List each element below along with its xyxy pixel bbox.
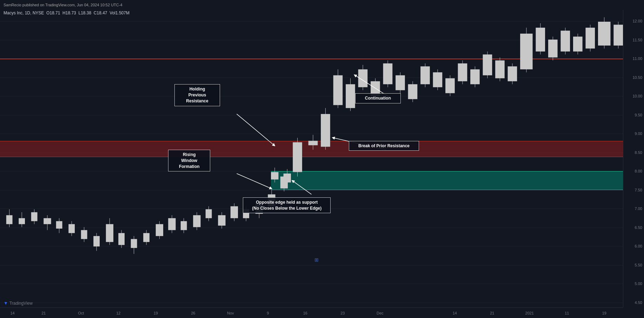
price-8-5: 8.50 [635,150,642,155]
price-scale: 12.00 11.50 11.00 10.50 10.00 9.50 9.00 … [623,10,644,307]
price-9: 9.00 [635,131,642,136]
time-jan19: 19 [602,311,606,315]
time-oct12: 12 [116,311,120,315]
time-sep14: 14 [10,311,14,315]
ticker-vol: Vol1.507M [109,11,130,15]
price-7: 7.00 [635,207,642,211]
ticker-open: O18.71 [46,11,60,15]
ticker-high: H18.73 [62,11,76,15]
annotation-rising-window: Rising Window Formation [168,150,210,171]
time-oct26: 26 [191,311,195,315]
tradingview-logo: ▼ TradingView [4,300,33,306]
annotation-continuation: Continuation [355,93,401,103]
bookmark-icon[interactable]: ⊞ [314,257,319,263]
time-dec: Dec [377,311,384,315]
price-10: 10.00 [632,94,642,98]
time-scale: 14 21 Oct 12 19 26 Nov 9 16 23 Dec 14 21… [0,307,623,318]
ticker-name: Macys Inc, 1D, NYSE [4,11,44,15]
time-oct19: 19 [154,311,158,315]
time-nov: Nov [227,311,234,315]
ticker-info: Macys Inc, 1D, NYSE O18.71 H18.73 L18.38… [4,11,130,15]
time-dec14: 14 [453,311,457,315]
annotation-break-resistance: Break of Prior Resistance [349,141,419,151]
price-11: 11.00 [632,56,642,61]
annotation-opposite-edge: Opposite edge held as support (No Closes… [243,197,331,214]
price-12: 12.00 [632,19,642,23]
tv-label: TradingView [9,301,33,306]
time-jan11: 11 [565,311,569,315]
price-10-5: 10.50 [632,75,642,80]
time-nov23: 23 [340,311,345,315]
time-oct: Oct [78,311,84,315]
price-4-5: 4.50 [635,300,642,305]
annotation-holding-resistance: Holding Previous Resistance [174,84,220,106]
price-11-5: 11.50 [632,38,642,42]
published-info: SamRecio published on TradingView.com, J… [4,3,122,7]
price-9-5: 9.50 [635,113,642,117]
chart-area: Holding Previous Resistance Rising Windo… [0,10,623,307]
time-nov9: 9 [267,311,269,315]
price-6-5: 6.50 [635,225,642,230]
time-nov16: 16 [303,311,307,315]
ticker-close: C18.47 [94,11,107,15]
time-2021: 2021 [525,311,534,315]
ticker-low: L18.38 [78,11,91,15]
price-8: 8.00 [635,169,642,173]
price-6: 6.00 [635,244,642,248]
chart-container: SamRecio published on TradingView.com, J… [0,0,644,318]
price-5: 5.00 [635,282,642,286]
time-dec21: 21 [490,311,494,315]
price-5-5: 5.50 [635,263,642,267]
time-sep21: 21 [41,311,46,315]
candles-chart [0,10,623,307]
price-7-5: 7.50 [635,188,642,192]
tv-icon: ▼ [4,300,8,306]
top-bar: SamRecio published on TradingView.com, J… [0,0,644,10]
